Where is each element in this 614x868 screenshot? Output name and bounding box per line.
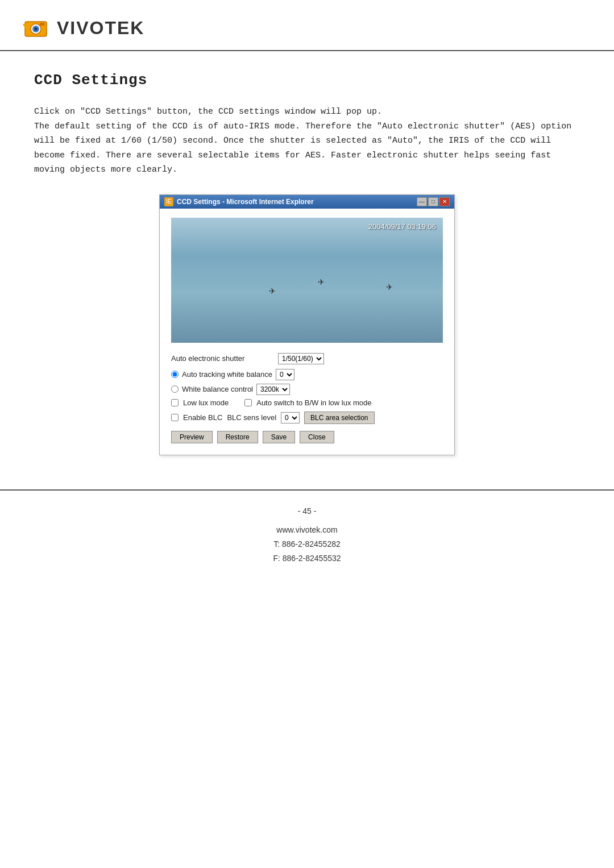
camera-timestamp: 2004/09/17 03:19:06 <box>368 222 436 231</box>
restore-button[interactable]: Restore <box>217 431 258 443</box>
page-header: VIVOTEK <box>0 0 614 50</box>
bird-2: ✈ <box>269 286 276 296</box>
minimize-button[interactable]: — <box>417 197 427 206</box>
browser-window-controls: — □ ✕ <box>417 197 450 206</box>
svg-rect-4 <box>40 23 44 26</box>
blc-sens-select[interactable]: 0 1 2 <box>281 412 300 423</box>
page-title: CCD Settings <box>34 72 580 89</box>
settings-area: Auto electronic shutter 1/50(1/60) 1/100… <box>171 353 443 443</box>
description-line2: The default setting of the CCD is of aut… <box>34 119 580 177</box>
browser-body: 2004/09/17 03:19:06 ✈ ✈ ✈ Auto electroni… <box>160 209 454 455</box>
browser-title-left: IE CCD Settings - Microsoft Internet Exp… <box>164 197 314 206</box>
page-description: Click on "CCD Settings" button, the CCD … <box>34 105 580 177</box>
atwb-radio[interactable] <box>171 371 179 378</box>
blc-sens-label: BLC sens level <box>227 413 276 422</box>
shutter-row: Auto electronic shutter 1/50(1/60) 1/100… <box>171 353 443 364</box>
blc-area-button[interactable]: BLC area selection <box>304 412 374 424</box>
atwb-select[interactable]: 0 1 2 <box>276 369 294 380</box>
page-footer: - 45 - www.vivotek.com T: 886-2-82455282… <box>0 491 614 583</box>
phone: T: 886-2-82455282 <box>23 537 591 551</box>
enable-blc-label: Enable BLC <box>183 413 222 422</box>
close-button[interactable]: Close <box>300 431 334 443</box>
shutter-label: Auto electronic shutter <box>171 354 273 363</box>
action-buttons: Preview Restore Save Close <box>171 431 443 443</box>
svg-point-3 <box>34 27 38 31</box>
description-line1: Click on "CCD Settings" button, the CCD … <box>34 105 580 119</box>
wbc-label: White balance control <box>182 385 253 393</box>
logo-camera-icon <box>23 16 52 40</box>
enable-blc-checkbox[interactable] <box>171 414 179 421</box>
shutter-select[interactable]: 1/50(1/60) 1/100 1/250 <box>278 353 324 364</box>
wbc-select[interactable]: 3200k 5600k 6500k <box>256 384 290 395</box>
low-lux-checkbox[interactable] <box>171 399 179 406</box>
page-number: - 45 - <box>23 504 591 518</box>
atwb-label: Auto tracking white balance <box>182 370 272 379</box>
auto-bw-checkbox[interactable] <box>244 399 252 406</box>
main-content: CCD Settings Click on "CCD Settings" but… <box>0 51 614 489</box>
browser-titlebar: IE CCD Settings - Microsoft Internet Exp… <box>160 195 454 209</box>
logo-text: VIVOTEK <box>57 18 144 39</box>
fax: F: 886-2-82455532 <box>23 551 591 566</box>
browser-title-text: CCD Settings - Microsoft Internet Explor… <box>177 198 314 206</box>
wbc-radio[interactable] <box>171 385 179 393</box>
low-lux-row: Low lux mode Auto switch to B/W in low l… <box>171 398 443 407</box>
bird-3: ✈ <box>386 283 393 292</box>
bird-1: ✈ <box>318 277 325 286</box>
camera-preview: 2004/09/17 03:19:06 ✈ ✈ ✈ <box>171 218 443 343</box>
preview-button[interactable]: Preview <box>171 431 213 443</box>
save-button[interactable]: Save <box>263 431 295 443</box>
blc-row: Enable BLC BLC sens level 0 1 2 BLC area… <box>171 412 443 424</box>
website: www.vivotek.com <box>23 523 591 537</box>
browser-window: IE CCD Settings - Microsoft Internet Exp… <box>159 194 455 455</box>
auto-bw-label: Auto switch to B/W in low lux mode <box>256 398 371 407</box>
low-lux-label: Low lux mode <box>183 398 229 407</box>
wbc-row: White balance control 3200k 5600k 6500k <box>171 384 443 395</box>
atwb-row: Auto tracking white balance 0 1 2 <box>171 369 443 380</box>
close-window-button[interactable]: ✕ <box>439 197 450 206</box>
maximize-button[interactable]: □ <box>428 197 438 206</box>
browser-icon: IE <box>164 197 173 206</box>
logo: VIVOTEK <box>23 16 144 40</box>
